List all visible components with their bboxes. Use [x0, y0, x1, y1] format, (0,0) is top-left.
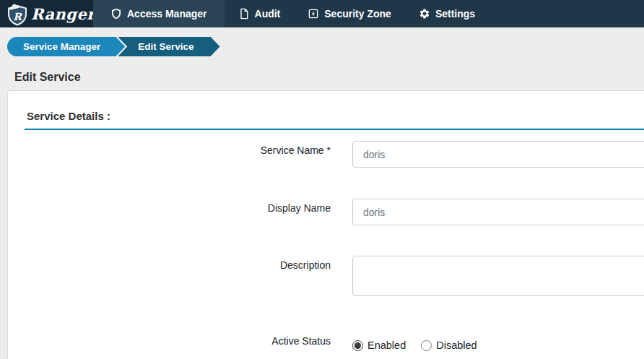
description-label: Description: [8, 256, 331, 299]
file-icon: [238, 8, 250, 20]
breadcrumb-service-manager[interactable]: Service Manager: [7, 37, 125, 56]
main-nav-menu: Access Manager Audit Security Zone: [93, 0, 489, 27]
description-textarea[interactable]: [352, 256, 644, 296]
nav-item-audit[interactable]: Audit: [225, 0, 295, 27]
nav-item-security-zone[interactable]: Security Zone: [294, 0, 405, 27]
top-navbar: R Ranger Access Manager Audit: [0, 0, 644, 27]
shield-icon: [110, 8, 122, 20]
gear-icon: [419, 8, 430, 20]
disabled-radio[interactable]: [421, 340, 432, 351]
panel-heading: Service Details :: [25, 110, 110, 122]
service-name-label: Service Name *: [8, 141, 331, 168]
display-name-input[interactable]: [352, 199, 644, 225]
nav-label: Security Zone: [324, 8, 391, 20]
page-title: Edit Service: [14, 71, 644, 84]
service-name-input[interactable]: [352, 141, 644, 168]
breadcrumb-label: Edit Service: [138, 41, 193, 52]
bolt-badge-icon: [308, 8, 319, 20]
ranger-shield-logo-icon: R: [6, 3, 28, 26]
breadcrumb: Service Manager Edit Service: [7, 37, 644, 56]
nav-label: Settings: [435, 8, 475, 20]
service-name-row: Service Name *: [8, 141, 644, 168]
enabled-radio[interactable]: [352, 340, 363, 351]
active-status-label: Active Status: [8, 331, 331, 351]
nav-label: Access Manager: [127, 8, 207, 20]
nav-item-settings[interactable]: Settings: [405, 0, 489, 27]
display-name-label: Display Name: [8, 199, 331, 225]
enabled-radio-option[interactable]: Enabled: [352, 339, 406, 351]
panel-heading-underline: Service Details :: [25, 110, 644, 130]
breadcrumb-label: Service Manager: [23, 41, 100, 52]
disabled-radio-label: Disabled: [436, 339, 477, 351]
enabled-radio-label: Enabled: [367, 339, 406, 351]
display-name-row: Display Name: [8, 199, 644, 225]
description-row: Description: [8, 256, 644, 299]
breadcrumb-edit-service: Edit Service: [118, 37, 219, 56]
brand-name: Ranger: [31, 5, 95, 23]
service-details-panel: Service Details : Service Name * Display…: [7, 90, 644, 359]
disabled-radio-option[interactable]: Disabled: [421, 339, 477, 351]
ranger-brand[interactable]: R Ranger: [0, 0, 93, 27]
active-status-radio-group: Enabled Disabled: [352, 331, 492, 351]
svg-text:R: R: [13, 11, 22, 22]
edit-service-form: Service Name * Display Name Description …: [8, 141, 644, 351]
active-status-row: Active Status Enabled Disabled: [8, 331, 644, 351]
nav-label: Audit: [255, 8, 281, 20]
nav-item-access-manager[interactable]: Access Manager: [93, 0, 225, 27]
